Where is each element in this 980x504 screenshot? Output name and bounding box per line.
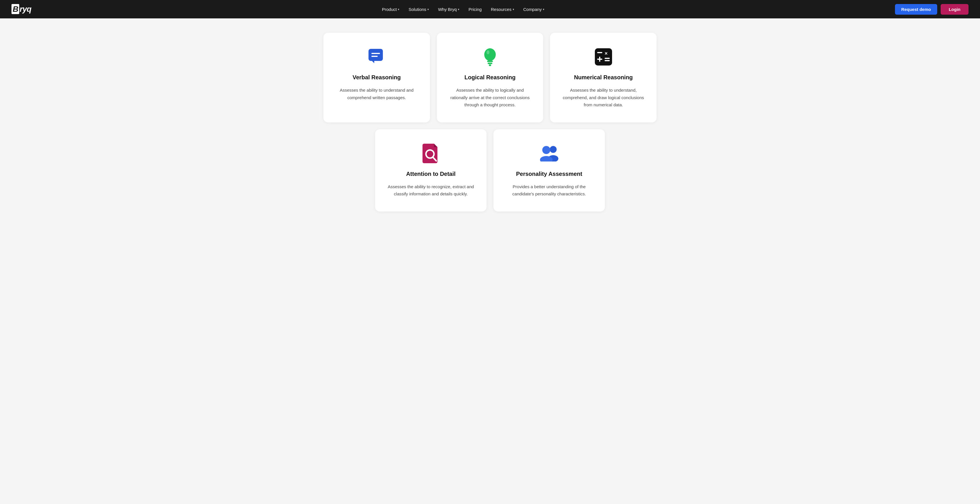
chevron-down-icon: ▾ [458, 8, 459, 11]
personality-assessment-title: Personality Assessment [516, 171, 582, 177]
svg-rect-0 [369, 49, 383, 61]
chevron-down-icon: ▾ [513, 8, 514, 11]
nav-product[interactable]: Product ▾ [379, 5, 403, 14]
attention-to-detail-desc: Assesses the ability to recognize, extra… [385, 183, 476, 198]
numerical-reasoning-title: Numerical Reasoning [574, 74, 633, 81]
personality-assessment-desc: Provides a better understanding of the c… [504, 183, 595, 198]
card-verbal-reasoning: Verbal Reasoning Assesses the ability to… [323, 33, 430, 123]
chevron-down-icon: ▾ [543, 8, 544, 11]
logical-reasoning-title: Logical Reasoning [465, 74, 515, 81]
verbal-reasoning-title: Verbal Reasoning [352, 74, 401, 81]
request-demo-button[interactable]: Request demo [895, 4, 937, 14]
main-content: Verbal Reasoning Assesses the ability to… [318, 18, 662, 234]
nav-actions: Request demo Login [895, 4, 969, 14]
svg-point-18 [550, 146, 557, 153]
nav-resources[interactable]: Resources ▾ [487, 5, 517, 14]
svg-point-4 [484, 48, 496, 61]
svg-rect-5 [487, 61, 493, 62]
attention-to-detail-icon [420, 143, 441, 164]
nav-pricing[interactable]: Pricing [465, 5, 485, 14]
svg-point-20 [542, 146, 550, 154]
card-logical-reasoning: Logical Reasoning Assesses the ability t… [437, 33, 543, 123]
nav-why-bryq[interactable]: Why Bryq ▾ [434, 5, 463, 14]
svg-rect-14 [605, 58, 610, 59]
verbal-reasoning-icon [366, 46, 387, 67]
numerical-reasoning-icon: × [593, 46, 614, 67]
cards-row-2: Attention to Detail Assesses the ability… [375, 129, 605, 212]
verbal-reasoning-desc: Assesses the ability to understand and c… [334, 86, 420, 101]
svg-rect-13 [599, 57, 600, 62]
svg-rect-2 [371, 56, 378, 57]
nav-company[interactable]: Company ▾ [520, 5, 548, 14]
numerical-reasoning-desc: Assesses the ability to understand, comp… [560, 86, 646, 108]
logical-reasoning-desc: Assesses the ability to logically and ra… [447, 86, 533, 108]
svg-rect-9 [595, 48, 612, 65]
logical-reasoning-icon [480, 46, 500, 67]
card-numerical-reasoning: × Numerical Reasoning Assesses the abili… [550, 33, 657, 123]
svg-marker-3 [372, 61, 374, 63]
chevron-down-icon: ▾ [398, 8, 399, 11]
svg-rect-10 [597, 52, 602, 53]
svg-rect-6 [488, 63, 492, 64]
brand-logo[interactable]: Bryq [11, 5, 31, 14]
personality-assessment-icon [539, 143, 560, 164]
card-personality-assessment: Personality Assessment Provides a better… [493, 129, 605, 212]
svg-text:×: × [605, 51, 608, 56]
login-button[interactable]: Login [941, 4, 969, 14]
chevron-down-icon: ▾ [427, 8, 429, 11]
nav-links: Product ▾ Solutions ▾ Why Bryq ▾ Pricing… [379, 5, 548, 14]
svg-rect-15 [605, 60, 610, 61]
nav-solutions[interactable]: Solutions ▾ [405, 5, 432, 14]
svg-point-8 [487, 50, 489, 54]
svg-rect-7 [489, 64, 491, 66]
svg-rect-1 [371, 53, 380, 54]
navigation: Bryq Product ▾ Solutions ▾ Why Bryq ▾ Pr… [0, 0, 980, 18]
attention-to-detail-title: Attention to Detail [406, 171, 455, 177]
cards-row-1: Verbal Reasoning Assesses the ability to… [323, 33, 657, 123]
card-attention-to-detail: Attention to Detail Assesses the ability… [375, 129, 487, 212]
